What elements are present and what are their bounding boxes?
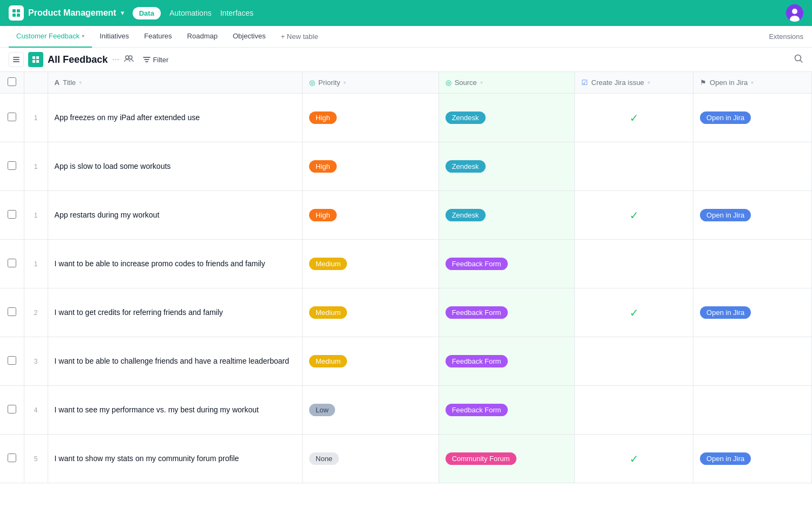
row-source[interactable]: Feedback Form [438,386,575,435]
row-jira-issue[interactable]: ✓ [575,435,693,483]
group-icon[interactable] [123,53,134,67]
tab-customer-feedback[interactable]: Customer Feedback ▾ [9,26,92,48]
nav-data-pill[interactable]: Data [133,7,161,19]
grid-view-icon[interactable] [28,52,43,67]
row-priority[interactable]: Medium [303,240,439,288]
row-checkbox-cell[interactable] [0,337,24,386]
row-source[interactable]: Feedback Form [438,288,575,337]
row-title[interactable]: I want to be able to challenge friends a… [48,337,302,386]
svg-rect-8 [13,59,19,60]
svg-point-15 [129,56,132,59]
jira-checkmark: ✓ [630,112,639,124]
more-options-button[interactable]: ··· [112,55,119,64]
row-checkbox-cell[interactable] [0,386,24,435]
select-all-checkbox[interactable] [8,77,16,86]
tab-features[interactable]: Features [136,26,179,48]
tab-roadmap[interactable]: Roadmap [180,26,225,48]
row-checkbox[interactable] [8,454,16,462]
nav-interfaces[interactable]: Interfaces [220,9,253,17]
row-title[interactable]: I want to be able to increase promo code… [48,240,302,288]
table-row: 2I want to get credits for referring fri… [0,288,812,337]
sidebar-toggle-button[interactable] [9,52,24,67]
row-jira-issue[interactable]: ✓ [575,191,693,240]
svg-rect-7 [13,57,19,58]
row-jira-issue[interactable]: ✓ [575,288,693,337]
title-column-header[interactable]: A Title ▾ [48,72,302,94]
row-checkbox[interactable] [8,307,16,316]
open-jira-badge[interactable]: Open in Jira [700,209,751,221]
row-priority[interactable]: High [303,191,439,240]
search-button[interactable] [794,54,803,65]
row-jira-issue[interactable] [575,240,693,288]
row-priority[interactable]: High [303,94,439,142]
nav-automations[interactable]: Automations [169,9,212,17]
row-jira-issue[interactable]: ✓ [575,94,693,142]
priority-col-icon: ◎ [309,78,315,87]
row-source[interactable]: Zendesk [438,142,575,191]
source-badge: Feedback Form [446,404,508,416]
row-priority[interactable]: High [303,142,439,191]
row-checkbox[interactable] [8,161,16,170]
row-jira-issue[interactable] [575,142,693,191]
row-number: 1 [24,94,48,142]
row-open-jira[interactable]: Open in Jira [693,435,812,483]
avatar[interactable] [786,4,803,22]
source-badge: Community Forum [446,452,516,465]
tab-objectives[interactable]: Objectives [225,26,273,48]
row-checkbox-cell[interactable] [0,240,24,288]
row-checkbox-cell[interactable] [0,288,24,337]
extensions-link[interactable]: Extensions [769,32,803,41]
tab-initiatives[interactable]: Initiatives [92,26,136,48]
table-row: 4I want to see my performance vs. my bes… [0,386,812,435]
row-title[interactable]: App freezes on my iPad after extended us… [48,94,302,142]
row-open-jira[interactable] [693,386,812,435]
open-jira-badge[interactable]: Open in Jira [700,306,751,319]
row-checkbox-cell[interactable] [0,142,24,191]
row-priority[interactable]: Medium [303,337,439,386]
row-checkbox[interactable] [8,405,16,413]
row-checkbox-cell[interactable] [0,191,24,240]
source-column-header[interactable]: ◎ Source ▾ [438,72,575,94]
app-logo[interactable]: Product Management ▾ [9,5,124,21]
row-source[interactable]: Zendesk [438,94,575,142]
filter-button[interactable]: Filter [139,54,173,66]
priority-column-header[interactable]: ◎ Priority ▾ [303,72,439,94]
row-source[interactable]: Zendesk [438,191,575,240]
row-title[interactable]: I want to show my stats on my community … [48,435,302,483]
row-checkbox[interactable] [8,113,16,121]
open-jira-badge[interactable]: Open in Jira [700,452,751,465]
row-open-jira[interactable]: Open in Jira [693,288,812,337]
row-title[interactable]: I want to see my performance vs. my best… [48,386,302,435]
row-priority[interactable]: None [303,435,439,483]
jira-issue-column-header[interactable]: ☑ Create Jira issue ▾ [575,72,693,94]
row-title[interactable]: App restarts during my workout [48,191,302,240]
open-jira-column-header[interactable]: ⚑ Open in Jira ▾ [693,72,812,94]
row-title[interactable]: App is slow to load some workouts [48,142,302,191]
new-table-button[interactable]: + New table [273,32,326,41]
svg-point-14 [126,56,129,59]
row-priority[interactable]: Low [303,386,439,435]
row-jira-issue[interactable] [575,386,693,435]
row-checkbox[interactable] [8,259,16,267]
row-checkbox[interactable] [8,210,16,219]
row-title[interactable]: I want to get credits for referring frie… [48,288,302,337]
row-checkbox[interactable] [8,356,16,365]
row-checkbox-cell[interactable] [0,435,24,483]
row-priority[interactable]: Medium [303,288,439,337]
row-source[interactable]: Community Forum [438,435,575,483]
svg-rect-0 [12,9,16,12]
table-row: 1App restarts during my workoutHighZende… [0,191,812,240]
row-number: 4 [24,386,48,435]
row-open-jira[interactable]: Open in Jira [693,191,812,240]
data-table-container: A Title ▾ ◎ Priority ▾ ◎ Source [0,72,812,483]
row-open-jira[interactable]: Open in Jira [693,94,812,142]
row-source[interactable]: Feedback Form [438,240,575,288]
row-open-jira[interactable] [693,142,812,191]
row-open-jira[interactable] [693,337,812,386]
open-jira-badge[interactable]: Open in Jira [700,111,751,124]
row-open-jira[interactable] [693,240,812,288]
row-jira-issue[interactable] [575,337,693,386]
row-source[interactable]: Feedback Form [438,337,575,386]
row-checkbox-cell[interactable] [0,94,24,142]
select-all-cell[interactable] [0,72,24,94]
